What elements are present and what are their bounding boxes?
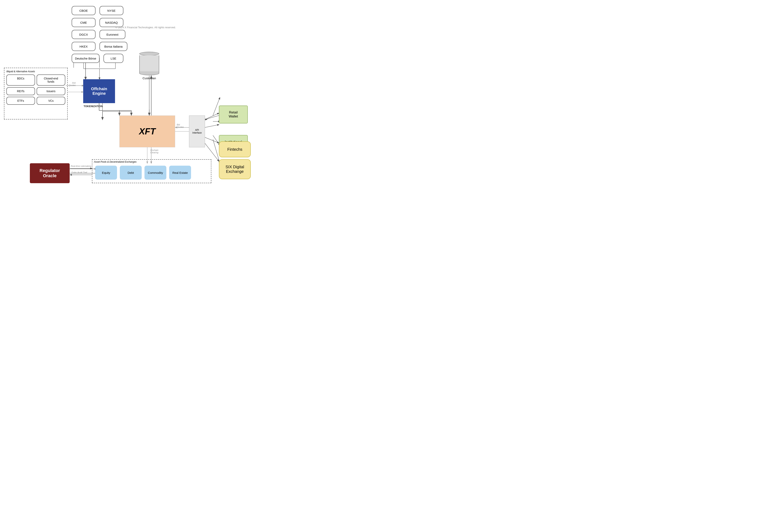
exchange-hkex: HKEX — [72, 42, 95, 51]
offchain-engine-box: Offchain Engine — [83, 79, 115, 103]
illiquid-bdcs: BDCs — [6, 74, 35, 86]
exchange-lse: LSE — [103, 54, 123, 63]
illiquid-closedfunds: Closed-end funds — [37, 74, 65, 86]
illiquid-vcs: VCs — [37, 97, 65, 105]
asset-pools-box: Asset Pools & Decentralized Exchanges Eq… — [92, 159, 211, 183]
illiquid-title: Illiquid & Alternative Assets — [6, 70, 65, 73]
onchain-clearing-label: OnchainClearing — [150, 149, 158, 154]
exchange-deutsche: Deutsche Börse — [72, 54, 99, 63]
orderaudit-label: Order Audit Trail — [71, 171, 87, 174]
asset-equity: Equity — [95, 166, 117, 180]
custodian-label: Custodian — [139, 77, 159, 80]
retail-wallet-box: Retail Wallet — [219, 106, 248, 124]
regulator-oracle-box: Regulator Oracle — [30, 163, 70, 183]
six-box: SIX Digital Exchange — [219, 159, 251, 179]
xft-box: XFT — [120, 116, 175, 147]
asset-pools-title: Asset Pools & Decentralized Exchanges — [92, 160, 211, 164]
copyright-text: © 2024 X Financial Technologies. All rig… — [116, 26, 176, 29]
api-interface-box: API Interface — [189, 116, 205, 147]
exchange-nasdaq: NASDAQ — [99, 18, 123, 27]
svg-line-37 — [205, 143, 219, 161]
svg-line-36 — [205, 137, 219, 143]
fintechs-box: Fintechs — [219, 141, 251, 157]
exchange-cme: CME — [72, 18, 95, 27]
diagram-container: © 2024 X Financial Technologies. All rig… — [0, 0, 253, 189]
realtime-label: Real-time rulemaking — [71, 165, 91, 167]
asset-realestate: Real Estate — [169, 166, 191, 180]
bid-quotes-label: BidQuotes — [177, 124, 184, 128]
illiquid-issuers: Issuers — [37, 87, 65, 95]
svg-line-33 — [205, 116, 219, 120]
asset-commodity: Commodity — [145, 166, 166, 180]
exchange-cboe: CBOE — [72, 6, 95, 15]
asset-items: Equity Debt Commodity Real Estate — [92, 166, 211, 182]
exchange-nyse: NYSE — [99, 6, 123, 15]
exchange-borsa: Borsa Italiana — [99, 42, 127, 51]
illiquid-etfs: ETFs — [6, 97, 35, 105]
exchange-euronext: Euronext — [99, 30, 125, 39]
custodian-wrap: Custodian — [139, 52, 159, 80]
ask-quotes-label: AskQuotes — [69, 82, 76, 87]
svg-line-34 — [205, 113, 219, 120]
svg-line-35 — [205, 124, 219, 127]
tokenization-label: TOKENIZATION — [84, 105, 103, 108]
illiquid-grid: BDCs Closed-end funds REITs Issuers ETFs… — [6, 74, 65, 105]
illiquid-assets-box: Illiquid & Alternative Assets BDCs Close… — [4, 68, 68, 120]
illiquid-reits: REITs — [6, 87, 35, 95]
asset-debt: Debt — [120, 166, 142, 180]
exchange-dgcx: DGCX — [72, 30, 95, 39]
